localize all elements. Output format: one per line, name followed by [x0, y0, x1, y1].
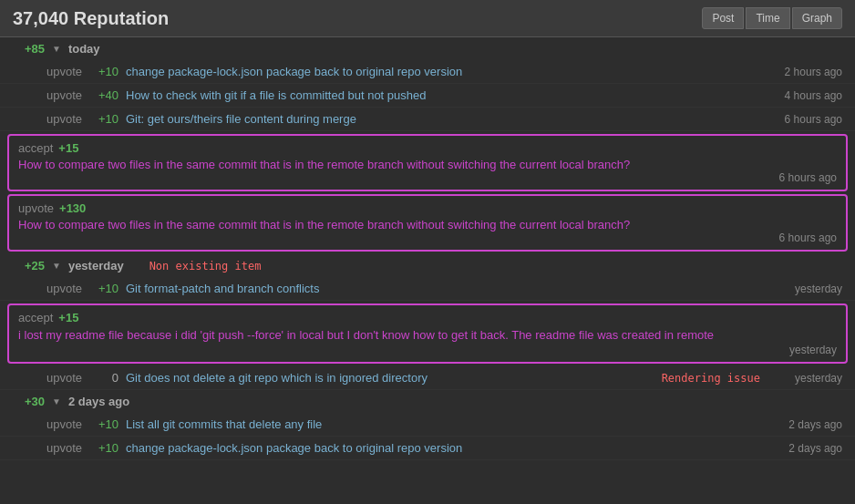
action-label: upvote: [36, 441, 82, 455]
timestamp: 2 hours ago: [760, 66, 842, 78]
page-container: 37,040 Reputation Post Time Graph +85 ▼ …: [0, 0, 855, 460]
timestamp: 6 hours ago: [760, 113, 842, 126]
collapse-arrow-today[interactable]: ▼: [52, 44, 61, 54]
day-score-yesterday: +25: [13, 259, 45, 273]
item-link[interactable]: Git format-patch and branch conflicts: [118, 282, 760, 295]
list-item: upvote 0 Git does not delete a git repo …: [0, 366, 855, 390]
score-value: +10: [82, 282, 118, 295]
post-button[interactable]: Post: [702, 7, 744, 29]
timestamp: yesterday: [760, 372, 842, 385]
list-item: upvote +40 How to check with git if a fi…: [0, 84, 855, 108]
action-label: upvote: [36, 282, 82, 295]
day-header-today: +85 ▼ today: [0, 37, 855, 60]
highlight-box-top-readme: accept +15: [18, 311, 837, 324]
page-title: 37,040 Reputation: [13, 8, 169, 29]
score-value: +10: [82, 65, 118, 78]
content-area: +85 ▼ today upvote +10 change package-lo…: [0, 37, 855, 460]
highlight-box-bottom-2: 6 hours ago: [18, 231, 837, 244]
score-value: +10: [82, 417, 118, 431]
day-header-yesterday: +25 ▼ yesterday Non existing item: [0, 254, 855, 277]
list-item: upvote +10 Git format-patch and branch c…: [0, 277, 855, 301]
item-link-readme[interactable]: i lost my readme file because i did 'git…: [18, 327, 837, 344]
highlight-box-readme: accept +15 i lost my readme file because…: [7, 303, 848, 364]
score-upvote-130: +130: [59, 201, 86, 215]
item-link[interactable]: List all git commits that delete any fil…: [118, 417, 760, 431]
item-link[interactable]: How to check with git if a file is commi…: [118, 88, 760, 102]
score-value: 0: [82, 371, 118, 385]
day-score-2days: +30: [13, 395, 45, 408]
header-buttons: Post Time Graph: [702, 7, 842, 29]
action-label: upvote: [36, 88, 82, 102]
highlight-box-top-2: upvote +130: [18, 201, 837, 215]
action-label-upvote: upvote: [18, 201, 54, 215]
list-item: upvote +10 change package-lock.json pack…: [0, 60, 855, 84]
score-value: +10: [82, 441, 118, 455]
action-label: upvote: [36, 112, 82, 126]
highlight-box-bottom: 6 hours ago: [18, 171, 837, 184]
collapse-arrow-2days[interactable]: ▼: [52, 396, 61, 406]
score-value: +10: [82, 112, 118, 126]
day-score-today: +85: [13, 42, 45, 56]
time-button[interactable]: Time: [746, 7, 789, 29]
day-label-today: today: [68, 42, 100, 56]
item-link-compare-accept[interactable]: How to compare two files in the same com…: [18, 158, 837, 171]
highlight-box-upvote-compare: upvote +130 How to compare two files in …: [7, 194, 848, 252]
list-item: upvote +10 change package-lock.json pack…: [0, 437, 855, 460]
rendering-issue-label: Rendering issue: [662, 372, 760, 385]
item-link-compare-upvote[interactable]: How to compare two files in the same com…: [18, 218, 837, 231]
score-value: +40: [82, 88, 118, 102]
timestamp-upvote-130: 6 hours ago: [755, 231, 837, 244]
item-link[interactable]: change package-lock.json package back to…: [118, 441, 760, 455]
header: 37,040 Reputation Post Time Graph: [0, 0, 855, 37]
item-link[interactable]: change package-lock.json package back to…: [118, 65, 760, 78]
highlight-box-bottom-readme: yesterday: [18, 344, 837, 356]
collapse-arrow-yesterday[interactable]: ▼: [52, 261, 61, 271]
highlight-box-accept-compare: accept +15 How to compare two files in t…: [7, 134, 848, 191]
action-label: upvote: [36, 65, 82, 78]
score-accept-readme: +15: [58, 311, 78, 324]
action-label: upvote: [36, 371, 82, 385]
item-link[interactable]: Git does not delete a git repo which is …: [118, 371, 644, 385]
highlight-box-top: accept +15: [18, 141, 837, 155]
non-existing-label: Non existing item: [149, 260, 262, 273]
timestamp: 4 hours ago: [760, 89, 842, 102]
action-label: upvote: [36, 417, 82, 431]
action-label-accept: accept: [18, 141, 53, 155]
day-header-2days: +30 ▼ 2 days ago: [0, 390, 855, 413]
timestamp-accept: 6 hours ago: [755, 171, 837, 184]
score-accept: +15: [58, 141, 78, 155]
timestamp: 2 days ago: [760, 442, 842, 455]
timestamp-readme: yesterday: [755, 344, 837, 356]
timestamp: 2 days ago: [760, 418, 842, 431]
list-item: upvote +10 Git: get ours/theirs file con…: [0, 108, 855, 131]
action-label-accept-readme: accept: [18, 311, 53, 324]
item-link[interactable]: Git: get ours/theirs file content during…: [118, 112, 760, 126]
day-label-yesterday: yesterday: [68, 259, 124, 273]
day-label-2days: 2 days ago: [68, 395, 129, 408]
graph-button[interactable]: Graph: [792, 7, 842, 29]
list-item: upvote +10 List all git commits that del…: [0, 413, 855, 437]
timestamp: yesterday: [760, 283, 842, 295]
